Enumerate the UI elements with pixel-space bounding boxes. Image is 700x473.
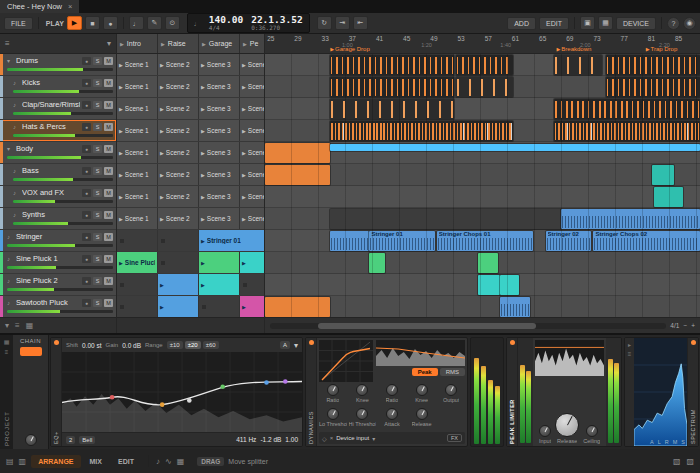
record-arm-button[interactable]: ●: [82, 189, 91, 197]
arranger-clip[interactable]: [330, 121, 513, 141]
clip-slot[interactable]: ▶ Scene 4: [240, 186, 264, 207]
launcher-clip[interactable]: ▶: [240, 296, 264, 317]
arranger-clip[interactable]: [606, 55, 700, 75]
ceiling-knob[interactable]: Ceiling: [583, 425, 600, 444]
arranger-clip[interactable]: Stringer 02: [546, 231, 592, 251]
arranger-clip[interactable]: [500, 275, 520, 295]
solo-button[interactable]: S: [93, 145, 102, 153]
arranger-clip[interactable]: [554, 99, 700, 119]
mute-button[interactable]: M: [104, 255, 113, 263]
arranger-clip[interactable]: [330, 144, 700, 151]
arranger-clip[interactable]: Stringer 01: [369, 231, 434, 251]
overdub-button[interactable]: ⊙: [165, 16, 180, 30]
input-knob[interactable]: Input: [539, 425, 551, 444]
record-button[interactable]: ●: [103, 16, 118, 30]
clip-play-icon[interactable]: ▶: [242, 106, 246, 112]
clip-play-icon[interactable]: ▶: [201, 216, 205, 222]
solo-button[interactable]: S: [93, 101, 102, 109]
automation-icon[interactable]: ∿: [165, 457, 172, 466]
clip-play-icon[interactable]: ▶: [119, 194, 123, 200]
record-arm-button[interactable]: ●: [82, 299, 91, 307]
arranger-clip[interactable]: [554, 121, 700, 141]
chevron-right-icon[interactable]: ▸: [628, 341, 631, 348]
file-button[interactable]: FILE: [4, 17, 33, 30]
panel-menu-icon[interactable]: ≡: [5, 349, 9, 355]
clip-play-icon[interactable]: ▶: [201, 62, 205, 68]
mute-button[interactable]: M: [104, 145, 113, 153]
position-value[interactable]: 22.1.3.52: [251, 15, 302, 25]
scene-header[interactable]: ▶ Pe: [240, 34, 264, 53]
clip-slot[interactable]: ▶ Scene 3: [199, 76, 240, 97]
automation-write-button[interactable]: ✎: [147, 16, 162, 30]
clip-stop-icon[interactable]: [120, 305, 124, 309]
clip-slot[interactable]: ▶ Scene 1: [117, 98, 158, 119]
solo-button[interactable]: S: [93, 79, 102, 87]
track-header[interactable]: ♪ Stringer ● S M: [0, 230, 116, 252]
hi-threshold-knob[interactable]: Hi Threshold: [349, 408, 377, 431]
empty-clip-slot[interactable]: [158, 230, 199, 251]
launcher-clip[interactable]: ▶ Stringer 01: [199, 230, 264, 251]
track-header[interactable]: ♪ Synths ● S M: [0, 208, 116, 230]
chevron-down-icon[interactable]: ▾: [294, 341, 298, 350]
mute-button[interactable]: M: [104, 299, 113, 307]
clip-stop-icon[interactable]: [202, 305, 206, 309]
clip-play-icon[interactable]: ▶: [201, 106, 205, 112]
spectrum-mode-a-button[interactable]: A: [650, 439, 654, 445]
stop-button[interactable]: ■: [85, 16, 100, 30]
sidechain-source[interactable]: Device input: [336, 435, 369, 441]
ab-toggle-button[interactable]: A: [280, 341, 290, 349]
record-arm-button[interactable]: ●: [82, 255, 91, 263]
launcher-clip[interactable]: ▶: [240, 252, 264, 273]
arranger-clip[interactable]: [554, 55, 602, 75]
clip-slot[interactable]: ▶ Scene 2: [158, 142, 199, 163]
band-gain-value[interactable]: -1.2 dB: [260, 436, 281, 443]
panel-grid-icon[interactable]: ▨: [686, 457, 694, 466]
arranger-clip[interactable]: [265, 143, 330, 163]
track-header[interactable]: ♪ Sine Pluck 2 ● S M: [0, 274, 116, 296]
tempo-block[interactable]: 140.00 4/4: [209, 15, 243, 32]
mute-button[interactable]: M: [104, 57, 113, 65]
solo-button[interactable]: S: [93, 299, 102, 307]
solo-button[interactable]: S: [93, 211, 102, 219]
snap-button[interactable]: ▣: [580, 16, 595, 30]
empty-clip-slot[interactable]: [199, 296, 240, 317]
clip-play-icon[interactable]: ▶: [201, 282, 205, 288]
lo-threshold-knob[interactable]: Lo Threshold: [319, 408, 347, 431]
mute-button[interactable]: M: [104, 277, 113, 285]
launcher-clip[interactable]: ▶: [199, 274, 240, 295]
clip-play-icon[interactable]: ▶: [119, 84, 123, 90]
scene-play-icon[interactable]: ▶: [243, 41, 247, 47]
chevron-down-icon[interactable]: ▾: [372, 435, 375, 442]
device-power-button[interactable]: [691, 340, 696, 345]
clip-play-icon[interactable]: ▶: [242, 84, 246, 90]
record-arm-button[interactable]: ●: [82, 233, 91, 241]
clip-slot[interactable]: ▶ Scene 1: [117, 120, 158, 141]
arranger-clip[interactable]: Stringer Chops 01: [437, 231, 533, 251]
grid-button[interactable]: ▦: [598, 16, 613, 30]
scene-header[interactable]: ▶ Garage: [199, 34, 240, 53]
release-knob[interactable]: Release: [408, 408, 436, 431]
mute-button[interactable]: M: [104, 167, 113, 175]
arranger-clip[interactable]: [478, 275, 500, 295]
knob[interactable]: [25, 434, 37, 446]
clip-play-icon[interactable]: ▶: [242, 62, 246, 68]
clip-play-icon[interactable]: ▶: [160, 84, 164, 90]
clip-slot[interactable]: ▶ Scene 3: [199, 54, 240, 75]
solo-button[interactable]: S: [93, 255, 102, 263]
knob[interactable]: [416, 384, 428, 396]
cue-marker[interactable]: ▶Breakdown: [556, 46, 591, 52]
launcher-clip[interactable]: ▶ Sine Pluck: [117, 252, 158, 273]
scrollbar-thumb[interactable]: [318, 323, 536, 329]
clip-play-icon[interactable]: ▶: [160, 106, 164, 112]
clip-play-icon[interactable]: ▶: [119, 62, 123, 68]
punch-out-button[interactable]: ⇤: [353, 16, 368, 30]
solo-button[interactable]: S: [93, 277, 102, 285]
band-type-selector[interactable]: Bell: [79, 436, 95, 444]
shift-value[interactable]: 0.00 st: [82, 342, 102, 349]
clip-slot[interactable]: ▶ Scene 4: [240, 142, 264, 163]
help-button[interactable]: ?: [667, 17, 680, 30]
horizontal-scrollbar[interactable]: [270, 323, 666, 329]
arranger-clip[interactable]: [654, 187, 682, 207]
clip-slot[interactable]: ▶ Scene 2: [158, 164, 199, 185]
mute-button[interactable]: M: [104, 101, 113, 109]
